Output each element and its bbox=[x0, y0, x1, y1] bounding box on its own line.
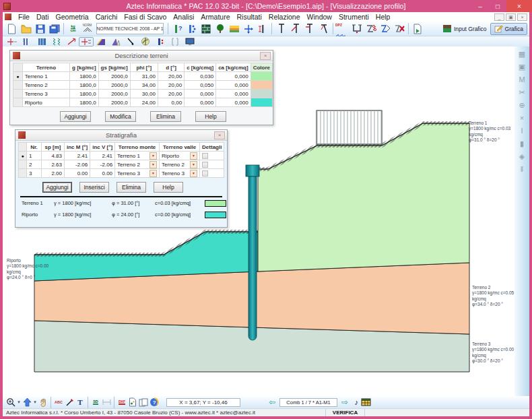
help-icon[interactable]: ? bbox=[149, 397, 160, 407]
phase-percent-icon[interactable] bbox=[364, 22, 378, 35]
dialog-title-bar[interactable]: Stratigrafia × bbox=[15, 130, 227, 141]
menu-fasi-di-scavo[interactable]: Fasi di Scavo bbox=[121, 13, 170, 21]
pile-plain-icon[interactable] bbox=[274, 22, 288, 35]
mdi-restore-button[interactable]: ▣ bbox=[506, 13, 516, 21]
clamp-icon[interactable] bbox=[350, 22, 364, 35]
row-selector[interactable]: ● bbox=[13, 72, 23, 81]
dettagli-button[interactable]: … bbox=[202, 153, 208, 159]
close-button[interactable]: × bbox=[506, 0, 532, 12]
dropdown-icon[interactable]: ▼ bbox=[149, 152, 157, 160]
springs-icon[interactable] bbox=[49, 37, 64, 46]
elimina-button[interactable]: Elimina bbox=[150, 111, 181, 122]
menu-dati[interactable]: Dati bbox=[33, 13, 53, 21]
table-row[interactable]: ● Terreno 1 1800,0 2000,0 31,00 20,00 0,… bbox=[13, 72, 273, 81]
mdi-close-button[interactable]: × bbox=[517, 13, 527, 21]
menu-relazione[interactable]: Relazione bbox=[265, 13, 304, 21]
menu-window[interactable]: Window bbox=[304, 13, 335, 21]
modifica-button[interactable]: Modifica bbox=[105, 111, 136, 122]
input-grafico-button[interactable]: Input Grafico bbox=[439, 23, 490, 35]
pile-anchor-icon[interactable] bbox=[288, 22, 302, 35]
print-preview-icon[interactable] bbox=[138, 397, 149, 407]
inserisci-button[interactable]: Inserisci bbox=[79, 182, 109, 193]
pile-query-icon[interactable]: ? bbox=[170, 22, 185, 35]
table-row[interactable]: 3 2.00 0.00 0.00 Terreno 3▼ Terreno 3▼ … bbox=[19, 169, 224, 178]
pan-hand-icon[interactable] bbox=[38, 397, 48, 407]
export-icon[interactable] bbox=[411, 22, 425, 35]
row-selector[interactable] bbox=[13, 90, 23, 98]
zoom-in-icon[interactable] bbox=[5, 397, 16, 407]
dropdown-icon[interactable]: ▼ bbox=[190, 161, 197, 168]
dettagli-button[interactable]: … bbox=[202, 170, 208, 176]
wall-view-icon[interactable] bbox=[34, 37, 49, 46]
fill-icon[interactable]: ▮ bbox=[520, 140, 524, 148]
row-selector[interactable] bbox=[13, 81, 23, 90]
row-selector[interactable] bbox=[19, 160, 27, 169]
prev-combination-button[interactable]: ⇦ bbox=[269, 398, 275, 406]
elimina-button[interactable]: Elimina bbox=[117, 182, 146, 193]
row-selector[interactable] bbox=[19, 169, 27, 178]
pointer-dart-icon[interactable] bbox=[64, 397, 75, 407]
open-folder-icon[interactable] bbox=[19, 22, 33, 35]
aggiungi-button[interactable]: Aggiungi bbox=[60, 111, 91, 122]
next-combination-button[interactable]: ⇨ bbox=[341, 398, 348, 406]
dettagli-button[interactable]: … bbox=[202, 162, 208, 168]
dialog-close-icon[interactable]: × bbox=[260, 52, 271, 60]
drawing-canvas[interactable]: Riporto γ=1800 kg/mc c=0.00 kg/cmq φ=24.… bbox=[3, 46, 514, 396]
zoom-dropdown-icon[interactable]: ▾ bbox=[16, 399, 22, 405]
help-button[interactable]: Help bbox=[195, 111, 226, 122]
menu-help[interactable]: Help bbox=[372, 13, 394, 21]
menu-risultati[interactable]: Risultati bbox=[233, 13, 265, 21]
image-export-icon[interactable] bbox=[127, 397, 138, 407]
dropdown-icon[interactable]: ▼ bbox=[149, 161, 157, 168]
phase-delete-icon[interactable] bbox=[392, 22, 406, 35]
row-selector[interactable]: ● bbox=[19, 152, 27, 160]
wedge-icon[interactable] bbox=[108, 37, 123, 46]
scissors-icon[interactable]: ✂ bbox=[519, 89, 525, 96]
text-cursor-icon[interactable]: I bbox=[521, 127, 523, 135]
zoom-extents-icon[interactable] bbox=[22, 397, 32, 407]
image-icon[interactable]: ▣ bbox=[519, 63, 525, 71]
bracket-icon[interactable] bbox=[168, 37, 182, 46]
grid-icon[interactable]: ▦ bbox=[519, 51, 525, 58]
stamp-icon[interactable]: ◈ bbox=[519, 153, 525, 160]
material-icon[interactable]: M bbox=[519, 76, 525, 84]
axes-icon[interactable] bbox=[241, 22, 255, 35]
mdi-minimize-button[interactable]: _ bbox=[494, 13, 504, 21]
normative-icon[interactable]: NORM bbox=[80, 22, 94, 35]
pile-inclined-icon[interactable] bbox=[317, 22, 331, 35]
minimize-button[interactable]: – bbox=[471, 0, 489, 12]
menu-analisi[interactable]: Analisi bbox=[170, 13, 197, 21]
units-kgcm-icon[interactable]: kgcm bbox=[66, 22, 80, 35]
text-tool-icon[interactable]: T bbox=[75, 397, 86, 407]
table-icon[interactable] bbox=[360, 397, 371, 407]
dpz-icon[interactable]: DPZ bbox=[335, 22, 350, 35]
pressure-icon[interactable] bbox=[153, 37, 168, 46]
pile-strut-icon[interactable] bbox=[302, 22, 317, 35]
dialog-title-bar[interactable]: Descrizione terreni × bbox=[10, 51, 273, 61]
table-row[interactable]: Terreno 2 1800,0 2000,0 34,00 20,00 0,05… bbox=[13, 81, 273, 90]
note-icon[interactable]: ♪ bbox=[352, 397, 360, 407]
section-view-icon[interactable] bbox=[79, 37, 94, 46]
dropdown-icon[interactable]: ▼ bbox=[149, 170, 157, 177]
dimension-icon[interactable] bbox=[101, 397, 112, 407]
wall-icon[interactable] bbox=[199, 22, 213, 35]
pile-dimension-icon[interactable] bbox=[255, 22, 269, 35]
strata-colors-icon[interactable] bbox=[227, 22, 241, 35]
slope-icon[interactable] bbox=[94, 37, 108, 46]
aggiungi-button[interactable]: Aggiungi bbox=[42, 182, 72, 193]
pause-icon[interactable]: ‖ bbox=[521, 166, 524, 173]
zoom-extents-dropdown-icon[interactable]: ▾ bbox=[32, 399, 38, 405]
screen-icon[interactable] bbox=[182, 37, 197, 46]
dropdown-icon[interactable]: ▼ bbox=[190, 170, 197, 177]
pile-view-icon[interactable] bbox=[20, 37, 34, 46]
table-row[interactable]: ● 1 4.83 2.41 2.41 Terreno 1▼ Riporto▼ … bbox=[19, 152, 224, 160]
pile-nodes-icon[interactable] bbox=[185, 22, 199, 35]
anchor-view-icon[interactable] bbox=[64, 37, 79, 46]
dropdown-icon[interactable]: ▼ bbox=[190, 152, 197, 160]
new-file-icon[interactable] bbox=[5, 22, 19, 35]
table-row[interactable]: 2 2.63 -2.06 -2.06 Terreno 2▼ Terreno 2▼… bbox=[19, 160, 224, 169]
profile-view-icon[interactable] bbox=[5, 37, 20, 46]
menu-geometria[interactable]: Geometria bbox=[53, 13, 92, 21]
combination-display[interactable]: Comb 1 / 7 * A1-M1 bbox=[279, 398, 337, 407]
save-all-icon[interactable] bbox=[47, 22, 61, 35]
